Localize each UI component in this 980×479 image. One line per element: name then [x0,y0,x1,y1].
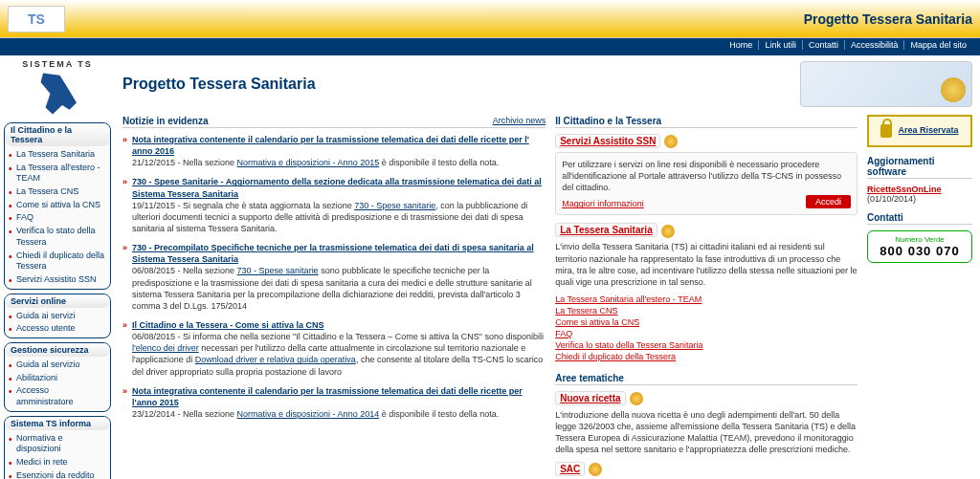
nav-item[interactable]: Contatti [802,40,844,50]
sidebar-item[interactable]: Chiedi il duplicato della Tessera [9,250,106,273]
tess-link[interactable]: FAQ [555,329,572,338]
sistema-ts-logo: SISTEMA TS [4,59,111,117]
italy-map-icon [33,71,81,117]
sw-update-link[interactable]: RicetteSsnOnLine [867,185,972,194]
numero-verde-box: Numero Verde 800 030 070 [867,230,972,263]
news-title-link[interactable]: Nota integrativa contenente il calendari… [132,135,529,156]
page-title: Progetto Tessera Sanitaria [122,76,316,93]
sidebar-item[interactable]: Servizi Assistito SSN [9,273,106,287]
news-title-link[interactable]: Il Cittadino e la Tessera - Come si atti… [132,320,323,330]
sidebar-section-title: Servizi online [5,294,110,308]
tess-link[interactable]: La Tessera Sanitaria all'estero - TEAM [555,294,702,304]
news-title-link[interactable]: Nota integrativa contenente il calendari… [132,386,523,407]
accedi-button[interactable]: Accedi [806,195,851,208]
area-riservata-button[interactable]: Area Riservata [867,115,972,147]
news-title-link[interactable]: 730 - Spese Sanitarie - Aggiornamento de… [132,177,542,198]
sidebar-item[interactable]: Abilitazioni [9,372,106,385]
nav-item[interactable]: Link utili [758,40,802,50]
nav-item[interactable]: Accessibilità [844,40,904,50]
sidebar-item[interactable]: Verifica lo stato della Tessera [9,225,106,249]
news-title-link[interactable]: 730 - Precompilato Specifiche tecniche p… [132,243,534,264]
sidebar-section-title: Il Cittadino e la Tessera [5,123,110,146]
badge-icon [664,135,678,148]
sidebar-item[interactable]: FAQ [9,211,106,225]
news-section-title: Notizie in evidenza Archivio news [122,115,546,128]
sidebar-item[interactable]: Come si attiva la CNS [9,199,106,212]
nuova-ricetta-link[interactable]: Nuova ricetta [555,391,625,405]
sac-link[interactable]: SAC [555,462,585,476]
sidebar-item[interactable]: Guida al servizio [9,359,106,372]
sw-updates-title: Aggiornamenti software [867,155,972,179]
sidebar-item[interactable]: La Tessera Sanitaria [9,148,106,162]
sidebar-item[interactable]: Accesso utente [9,322,106,336]
citizen-section-title: Il Cittadino e la Tessera [555,115,858,128]
nav-item[interactable]: Home [724,40,758,50]
badge-icon [630,392,643,405]
sidebar-item[interactable]: Accesso amministratore [9,384,106,408]
srv-assistito-link[interactable]: Servizi Assistito SSN [555,134,660,148]
ts-logo: TS [8,6,65,33]
sidebar-item[interactable]: Guida ai servizi [9,310,106,323]
tessera-card-image [800,61,972,107]
sidebar-section-title: Sistema TS informa [5,417,110,430]
sidebar-item[interactable]: Normativa e disposizioni [9,432,106,456]
sidebar-item[interactable]: La Tessera all'estero - TEAM [9,162,106,185]
contacts-title: Contatti [867,211,972,225]
tess-link[interactable]: Chiedi il duplicato della Tessera [555,352,676,361]
tess-link[interactable]: Verifica lo stato della Tessera Sanitari… [555,340,702,350]
news-archive-link[interactable]: Archivio news [493,116,546,125]
aree-section-title: Aree tematiche [555,372,858,385]
lock-icon [880,124,892,138]
tess-link[interactable]: La Tessera CNS [555,306,617,316]
badge-icon [589,463,602,476]
project-title: Progetto Tessera Sanitaria [804,11,972,27]
top-nav: HomeLink utiliContattiAccessibilitàMappa… [0,38,980,55]
sidebar-item[interactable]: Medici in rete [9,456,106,469]
sidebar-item[interactable]: La Tessera CNS [9,185,106,199]
nav-item[interactable]: Mappa del sito [903,40,972,50]
tess-link[interactable]: Come si attiva la CNS [555,317,639,327]
sidebar-item[interactable]: Esenzioni da reddito [9,469,106,479]
sidebar-section-title: Gestione sicurezza [5,343,110,357]
badge-icon [661,225,675,238]
tessera-sanitaria-link[interactable]: La Tessera Sanitaria [555,223,657,237]
